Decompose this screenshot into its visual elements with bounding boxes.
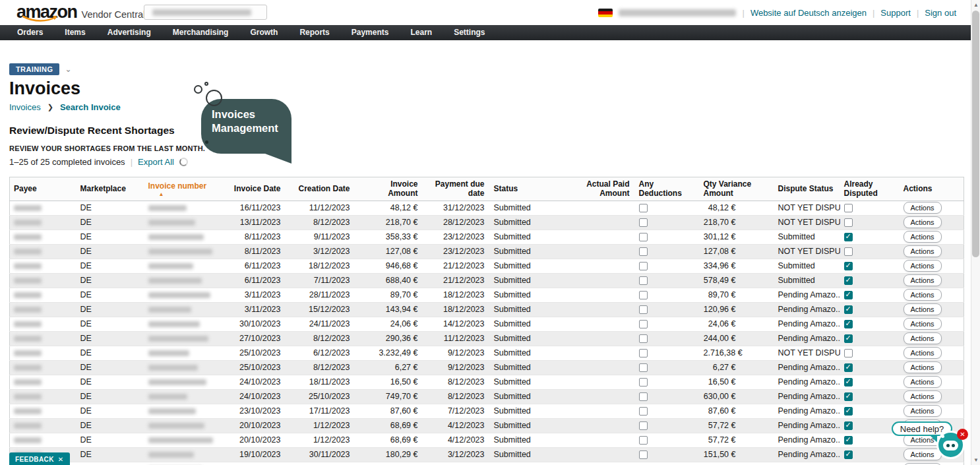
nav-item-merchandising[interactable]: Merchandising: [164, 25, 241, 40]
account-selector[interactable]: [144, 5, 267, 20]
any-deductions-checkbox[interactable]: [639, 204, 648, 212]
column-header-invoice-date[interactable]: Invoice Date: [218, 177, 286, 201]
column-header-marketplace[interactable]: Marketplace: [77, 177, 144, 201]
column-header-any-deductions[interactable]: Any Deductions: [635, 177, 700, 201]
nav-item-payments[interactable]: Payments: [342, 25, 402, 40]
already-disputed-checkbox[interactable]: ✓: [844, 436, 853, 445]
nav-item-advertising[interactable]: Advertising: [98, 25, 164, 40]
already-disputed-checkbox[interactable]: ✓: [844, 233, 853, 241]
already-disputed-checkbox[interactable]: ✓: [844, 291, 853, 299]
nav-item-reports[interactable]: Reports: [290, 25, 342, 40]
language-link[interactable]: Website auf Deutsch anzeigen: [750, 8, 867, 18]
nav-item-items[interactable]: Items: [55, 25, 98, 40]
any-deductions-checkbox[interactable]: [639, 392, 648, 401]
column-header-creation-date[interactable]: Creation Date: [286, 177, 355, 201]
training-badge[interactable]: TRAINING: [9, 63, 59, 75]
any-deductions-checkbox[interactable]: [639, 363, 648, 372]
actual-paid-amount-cell: [569, 288, 635, 302]
any-deductions-checkbox[interactable]: [639, 276, 648, 285]
close-helper-badge-icon[interactable]: ✕: [957, 429, 968, 440]
invoice-number-cell: [144, 375, 218, 389]
scrollbar-thumb[interactable]: [972, 11, 979, 257]
actions-button[interactable]: Actions: [903, 405, 942, 417]
actions-button[interactable]: Actions: [903, 347, 942, 359]
vertical-scrollbar[interactable]: ▲ ▼: [971, 0, 980, 465]
nav-item-settings[interactable]: Settings: [444, 25, 497, 40]
nav-item-learn[interactable]: Learn: [401, 25, 444, 40]
column-header-qty-variance-amount[interactable]: Qty Variance Amount: [700, 177, 774, 201]
already-disputed-checkbox[interactable]: [844, 247, 853, 256]
any-deductions-checkbox[interactable]: [639, 233, 648, 241]
already-disputed-checkbox[interactable]: [844, 218, 853, 227]
breadcrumb-invoices[interactable]: Invoices: [9, 102, 41, 112]
main-content: TRAINING ⌄ Invoices Invoices ❯ Search In…: [0, 63, 980, 465]
actions-button[interactable]: Actions: [903, 449, 942, 460]
already-disputed-checkbox[interactable]: ✓: [844, 320, 853, 328]
nav-item-growth[interactable]: Growth: [241, 25, 290, 40]
already-disputed-checkbox[interactable]: ✓: [844, 378, 853, 387]
already-disputed-checkbox[interactable]: [844, 204, 853, 212]
any-deductions-checkbox[interactable]: [639, 247, 648, 256]
already-disputed-checkbox[interactable]: ✓: [844, 450, 853, 459]
table-row: DE13/11/20238/12/2023218,70 €28/12/2023S…: [10, 215, 964, 230]
actions-button[interactable]: Actions: [903, 231, 942, 243]
any-deductions-checkbox[interactable]: [639, 218, 648, 227]
any-deductions-checkbox[interactable]: [639, 407, 648, 416]
export-all-link[interactable]: Export All: [138, 157, 174, 167]
payment-due-date-cell: 21/12/2023: [423, 273, 490, 288]
any-deductions-checkbox[interactable]: [639, 334, 648, 343]
already-disputed-checkbox[interactable]: [844, 349, 853, 357]
any-deductions-checkbox[interactable]: [639, 378, 648, 387]
actions-button[interactable]: Actions: [903, 361, 942, 373]
any-deductions-checkbox[interactable]: [639, 262, 648, 270]
actual-paid-amount-cell: [569, 375, 635, 389]
any-deductions-checkbox[interactable]: [639, 320, 648, 328]
actions-button[interactable]: Actions: [903, 260, 942, 272]
already-disputed-checkbox[interactable]: ✓: [844, 262, 853, 270]
actions-button[interactable]: Actions: [903, 216, 942, 228]
actions-button[interactable]: Actions: [903, 318, 942, 330]
actions-button[interactable]: Actions: [903, 202, 942, 214]
any-deductions-checkbox[interactable]: [639, 305, 648, 314]
chevron-down-icon[interactable]: ⌄: [65, 67, 71, 72]
column-header-invoice-number[interactable]: Invoice number▲: [144, 177, 218, 201]
column-header-dispute-status[interactable]: Dispute Status: [774, 177, 840, 201]
column-header-payment-due-date[interactable]: Payment due date: [423, 177, 490, 201]
column-header-already-disputed[interactable]: Already Disputed: [840, 177, 900, 201]
scroll-up-icon[interactable]: ▲: [971, 2, 980, 8]
any-deductions-checkbox[interactable]: [639, 436, 648, 445]
breadcrumb-search-invoice[interactable]: Search Invoice: [60, 102, 121, 112]
already-disputed-checkbox[interactable]: ✓: [844, 276, 853, 285]
any-deductions-checkbox[interactable]: [639, 421, 648, 430]
already-disputed-checkbox[interactable]: ✓: [844, 334, 853, 343]
column-header-status[interactable]: Status: [490, 177, 569, 201]
feedback-button[interactable]: FEEDBACK ✕: [9, 452, 70, 465]
already-disputed-checkbox[interactable]: ✓: [844, 421, 853, 430]
scroll-down-icon[interactable]: ▼: [971, 457, 980, 463]
signout-link[interactable]: Sign out: [925, 8, 956, 18]
actions-button[interactable]: Actions: [903, 245, 942, 257]
payee-cell: [10, 302, 77, 317]
any-deductions-checkbox[interactable]: [639, 291, 648, 299]
already-disputed-checkbox[interactable]: ✓: [844, 305, 853, 314]
column-header-payee[interactable]: Payee: [10, 177, 77, 201]
already-disputed-checkbox[interactable]: ✓: [844, 363, 853, 372]
actions-button[interactable]: Actions: [903, 289, 942, 301]
column-header-actual-paid-amount[interactable]: Actual Paid Amount: [569, 177, 635, 201]
nav-item-orders[interactable]: Orders: [8, 25, 55, 40]
actions-button[interactable]: Actions: [903, 376, 942, 388]
payee-redacted: [14, 307, 42, 313]
already-disputed-checkbox[interactable]: ✓: [844, 392, 853, 401]
actions-button[interactable]: Actions: [903, 332, 942, 344]
actions-button[interactable]: Actions: [903, 303, 942, 315]
any-deductions-checkbox[interactable]: [639, 450, 648, 459]
any-deductions-checkbox[interactable]: [639, 349, 648, 357]
column-header-invoice-amount[interactable]: Invoice Amount: [355, 177, 423, 201]
support-link[interactable]: Support: [880, 8, 911, 18]
payment-due-date-cell: 4/12/2023: [423, 418, 490, 433]
already-disputed-checkbox[interactable]: ✓: [844, 407, 853, 416]
column-header-actions[interactable]: Actions: [900, 177, 964, 201]
invoice-date-cell: 24/10/2023: [218, 375, 286, 389]
actions-button[interactable]: Actions: [903, 390, 942, 402]
actions-button[interactable]: Actions: [903, 274, 942, 286]
